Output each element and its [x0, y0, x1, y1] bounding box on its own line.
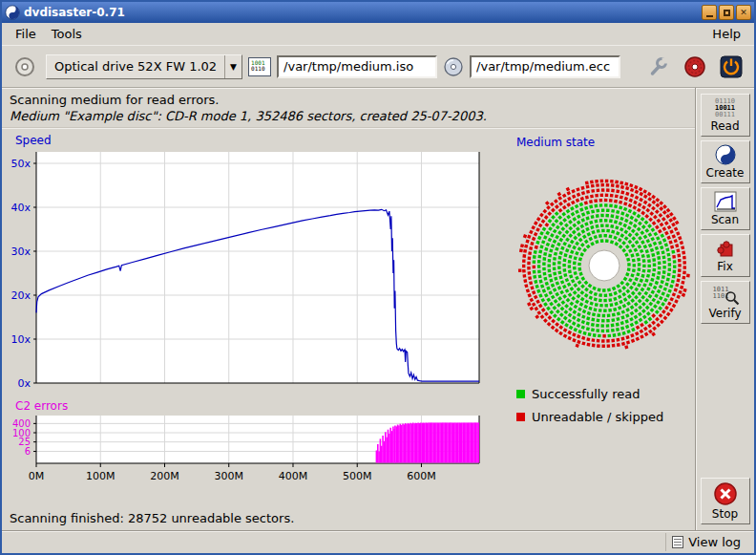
speed-chart-title: Speed: [15, 134, 494, 147]
power-icon: [720, 55, 743, 78]
puzzle-icon: [714, 238, 737, 259]
binary-magnifier-icon: 1011 1101: [711, 285, 740, 306]
menu-help[interactable]: Help: [704, 25, 748, 43]
svg-text:30x: 30x: [10, 245, 31, 258]
yin-yang-icon: [715, 144, 736, 165]
minimize-button[interactable]: [702, 5, 717, 20]
svg-text:100M: 100M: [86, 470, 116, 482]
maximize-button[interactable]: [719, 5, 734, 20]
main-area: Scanning medium for read errors. Medium …: [2, 88, 695, 530]
ecc-disc-icon: [443, 56, 464, 77]
svg-text:600M: 600M: [407, 470, 436, 482]
menu-tools[interactable]: Tools: [44, 25, 90, 43]
svg-text:200M: 200M: [150, 470, 179, 482]
legend-label-unreadable: Unreadable / skipped: [532, 410, 663, 424]
medium-state-legend: Successfully read Unreadable / skipped: [516, 387, 700, 424]
content: Scanning medium for read errors. Medium …: [2, 88, 754, 530]
red-disc-icon: [683, 55, 706, 78]
disc-visualization-wrap: [509, 170, 700, 364]
svg-text:25: 25: [18, 437, 31, 447]
medium-state-title: Medium state: [516, 136, 700, 149]
drive-button[interactable]: [10, 52, 40, 82]
drive-disc-icon: [13, 55, 36, 78]
verify-button[interactable]: 1011 1101 Verify: [701, 281, 750, 324]
statusbar: View log: [2, 530, 754, 553]
legend-item-read: Successfully read: [516, 387, 700, 401]
create-button[interactable]: Create: [701, 140, 750, 183]
view-log-label: View log: [688, 535, 741, 549]
legend-item-unreadable: Unreadable / skipped: [516, 410, 700, 424]
svg-text:6: 6: [25, 446, 31, 457]
maximize-icon: [724, 10, 730, 16]
status-line-2: Medium "Example disc": CD-R mode 1, 3524…: [10, 109, 687, 123]
scan-chart-icon: [714, 191, 737, 212]
svg-text:300M: 300M: [214, 470, 243, 482]
action-sidebar: 01110 10011 00111 Read Create: [695, 88, 754, 530]
chevron-down-icon: ▼: [224, 55, 242, 78]
svg-text:50x: 50x: [10, 158, 31, 170]
medium-state-panel: Medium state Successfully read Unreadabl…: [494, 132, 700, 495]
ecc-path-input[interactable]: [470, 55, 620, 78]
svg-text:500M: 500M: [343, 470, 372, 482]
iso-file-icon: 1001 0110: [248, 57, 271, 76]
app-yin-yang-icon: [5, 5, 20, 20]
speed-chart: 0x10x20x30x40x50x: [2, 148, 484, 391]
fix-button[interactable]: Fix: [701, 234, 750, 277]
menu-file[interactable]: File: [8, 25, 44, 43]
status-message-block: Scanning medium for read errors. Medium …: [2, 88, 695, 128]
stop-button[interactable]: Stop: [701, 478, 750, 524]
titlebar[interactable]: dvdisaster-0.71 ✕: [2, 2, 754, 23]
c2-chart-title: C2 errors: [15, 399, 494, 413]
charts-row: Speed 0x10x20x30x40x50x C2 errors 625100…: [2, 132, 695, 495]
legend-red-square: [516, 413, 525, 421]
close-icon: ✕: [740, 8, 747, 17]
app-window: dvdisaster-0.71 ✕ File Tools Help Optica…: [0, 0, 756, 555]
svg-text:400: 400: [12, 418, 31, 429]
svg-text:0x: 0x: [17, 377, 31, 390]
logo-button[interactable]: [680, 52, 710, 82]
toolbar: Optical drive 52X FW 1.02 ▼ 1001 0110: [2, 45, 754, 88]
close-button[interactable]: ✕: [736, 5, 751, 20]
svg-text:10x: 10x: [10, 333, 31, 346]
status-line-1: Scanning medium for read errors.: [10, 93, 687, 107]
view-log-button[interactable]: View log: [665, 533, 746, 551]
drive-select-value: Optical drive 52X FW 1.02: [47, 59, 224, 74]
minimize-icon: [706, 15, 713, 17]
legend-label-read: Successfully read: [532, 387, 640, 401]
svg-text:100: 100: [12, 428, 31, 438]
binary-read-icon: 01110 10011 00111: [715, 97, 735, 118]
log-icon: [672, 536, 683, 548]
svg-text:40x: 40x: [10, 202, 31, 214]
disc-visualization: [509, 170, 700, 361]
menubar: File Tools Help: [2, 23, 754, 45]
stop-x-icon: [713, 481, 738, 506]
scan-result-status: Scanning finished: 28752 unreadable sect…: [2, 508, 695, 530]
window-title: dvdisaster-0.71: [24, 6, 700, 19]
wrench-icon: [647, 55, 670, 78]
svg-text:0M: 0M: [29, 470, 45, 482]
read-button[interactable]: 01110 10011 00111 Read: [701, 94, 750, 137]
quit-button[interactable]: [716, 52, 746, 82]
iso-path-input[interactable]: [277, 55, 437, 78]
legend-green-square: [516, 390, 525, 398]
scan-button[interactable]: Scan: [701, 187, 750, 230]
c2-errors-chart: 6251004000M100M200M300M400M500M600M: [2, 414, 484, 492]
preferences-button[interactable]: [643, 52, 674, 82]
drive-select[interactable]: Optical drive 52X FW 1.02 ▼: [46, 54, 242, 79]
charts-column: Speed 0x10x20x30x40x50x C2 errors 625100…: [2, 132, 494, 495]
svg-text:400M: 400M: [279, 470, 308, 482]
svg-text:20x: 20x: [10, 289, 31, 302]
